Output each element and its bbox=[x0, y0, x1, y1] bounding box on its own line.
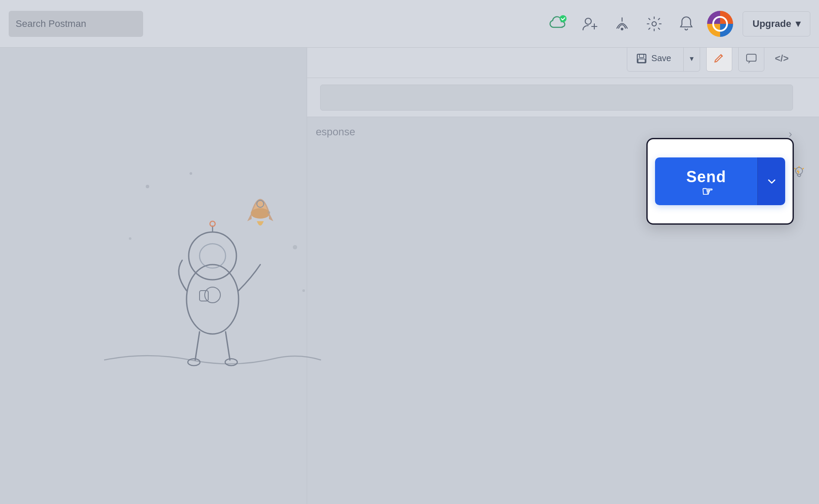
search-box[interactable]: Search Postman bbox=[9, 11, 143, 37]
svg-point-21 bbox=[268, 211, 270, 214]
svg-point-32 bbox=[205, 287, 220, 303]
svg-point-26 bbox=[187, 265, 239, 334]
save-dropdown-arrow[interactable]: ▾ bbox=[683, 46, 700, 71]
astronaut-illustration bbox=[95, 160, 330, 369]
send-dropdown-arrow[interactable] bbox=[757, 157, 785, 205]
save-main[interactable]: Save bbox=[627, 53, 680, 64]
invite-team-icon[interactable] bbox=[579, 13, 601, 35]
svg-point-20 bbox=[146, 185, 149, 188]
edit-button[interactable] bbox=[706, 46, 732, 72]
send-spotlight: Send ☞ bbox=[646, 138, 794, 225]
code-button[interactable]: </> bbox=[770, 53, 793, 64]
code-label: </> bbox=[775, 53, 789, 64]
svg-point-14 bbox=[796, 167, 803, 174]
navbar: Search Postman bbox=[0, 0, 819, 48]
upgrade-button[interactable]: Upgrade ▾ bbox=[743, 11, 810, 36]
svg-rect-12 bbox=[638, 59, 645, 62]
svg-rect-11 bbox=[639, 54, 644, 58]
svg-rect-13 bbox=[747, 54, 756, 61]
svg-point-31 bbox=[225, 359, 237, 366]
svg-rect-29 bbox=[200, 291, 208, 301]
svg-point-25 bbox=[302, 289, 305, 292]
bell-icon[interactable] bbox=[675, 13, 698, 35]
svg-line-16 bbox=[803, 168, 804, 169]
svg-point-2 bbox=[585, 18, 591, 24]
comment-button[interactable] bbox=[738, 46, 764, 72]
cookies-icon[interactable] bbox=[611, 13, 633, 35]
upgrade-dropdown-arrow: ▾ bbox=[796, 18, 800, 29]
svg-point-23 bbox=[293, 245, 297, 249]
svg-point-24 bbox=[190, 172, 192, 175]
url-input[interactable] bbox=[320, 85, 793, 111]
url-area bbox=[307, 78, 819, 117]
save-label: Save bbox=[652, 53, 672, 63]
nav-icons: Upgrade ▾ bbox=[547, 11, 810, 37]
svg-point-5 bbox=[621, 28, 623, 30]
search-placeholder: Search Postman bbox=[16, 18, 86, 29]
settings-icon[interactable] bbox=[643, 13, 665, 35]
svg-point-22 bbox=[129, 237, 131, 240]
send-button[interactable]: Send ☞ bbox=[655, 157, 757, 205]
response-label: esponse bbox=[316, 126, 355, 138]
svg-rect-10 bbox=[637, 54, 646, 63]
svg-point-18 bbox=[251, 208, 270, 219]
avatar[interactable] bbox=[707, 11, 733, 37]
save-button-group[interactable]: Save ▾ bbox=[627, 46, 701, 72]
svg-point-7 bbox=[652, 22, 656, 26]
send-label: Send bbox=[686, 168, 726, 195]
upgrade-label: Upgrade bbox=[753, 18, 791, 29]
svg-point-1 bbox=[560, 15, 567, 22]
svg-line-17 bbox=[795, 168, 796, 169]
send-button-group[interactable]: Send ☞ bbox=[655, 157, 785, 205]
svg-point-27 bbox=[189, 232, 236, 280]
cloud-sync-icon[interactable] bbox=[547, 13, 569, 35]
